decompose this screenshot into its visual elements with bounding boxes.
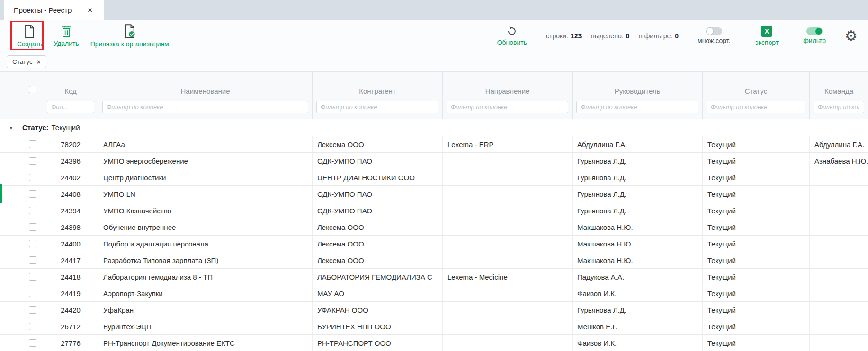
cell-name: Лаборатория гемодиализа 8 - ТП [98, 269, 313, 285]
link-organizations-button[interactable]: Привязка к организациям [85, 21, 175, 51]
filter-chip-status[interactable]: Статус × [7, 55, 46, 68]
group-row-status[interactable]: ▾ Статус:Текущий [0, 119, 868, 136]
column-header-team[interactable]: Команда [810, 72, 868, 119]
create-button-label: Создать [17, 40, 42, 48]
cell-select [22, 252, 43, 268]
cell-counterparty: Лексема ООО [313, 219, 443, 235]
cell-name: АЛГАа [98, 136, 313, 152]
column-filter-input-counterparty[interactable] [316, 101, 438, 113]
table-row[interactable]: 24402 Центр диагностики ЦЕНТР ДИАГНОСТИК… [0, 169, 868, 186]
row-checkbox[interactable] [29, 273, 36, 281]
table-row[interactable]: 24398 Обучение внутреннее Лексема ООО Ма… [0, 219, 868, 236]
row-checkbox[interactable] [29, 290, 36, 297]
grid-counters: строки:123 выделено:0 в фильтре:0 [546, 32, 679, 40]
cell-counterparty: МАУ АО [313, 285, 443, 301]
filter-chip-close-icon[interactable]: × [37, 59, 41, 65]
cell-manager: Макшакова Н.Ю. [573, 252, 703, 268]
table-row[interactable]: 26712 Буринтех-ЭЦП БУРИНТЕХ НПП ООО Мешк… [0, 318, 868, 335]
row-checkbox[interactable] [29, 140, 36, 148]
cell-name: Буринтех-ЭЦП [98, 318, 313, 334]
cell-direction [443, 219, 573, 235]
cell-status: Текущий [703, 318, 810, 334]
cell-code: 24420 [43, 302, 98, 318]
table-row[interactable]: 27776 РН-Транспорт Документирование ЕКТС… [0, 335, 868, 351]
settings-gear-icon[interactable]: ⚙ [845, 29, 858, 43]
table-row[interactable]: 24396 УМПО энергосбережение ОДК-УМПО ПАО… [0, 153, 868, 169]
column-filter-input-name[interactable] [102, 101, 308, 113]
row-checkbox[interactable] [29, 207, 36, 214]
row-checkbox[interactable] [29, 339, 36, 347]
table-row[interactable]: 24417 Разработка Типовая зарплата (ЗП) Л… [0, 252, 868, 269]
table-row[interactable]: 24419 Аэропорт-Закупки МАУ АО Фаизов И.К… [0, 285, 868, 302]
row-checkbox[interactable] [29, 157, 36, 165]
cell-direction [443, 335, 573, 351]
row-checkbox[interactable] [29, 323, 36, 330]
column-filter-input-status[interactable] [707, 101, 805, 113]
filter-toggle-button[interactable]: фильтр [797, 21, 832, 51]
delete-button[interactable]: Удалить [48, 21, 84, 51]
table-row[interactable]: 24420 УфаКран УФАКРАН ООО Гурьянова Л.Д.… [0, 302, 868, 318]
column-header-name[interactable]: Наименование [98, 72, 313, 119]
select-all-checkbox[interactable] [29, 86, 36, 93]
cell-manager: Гурьянова Л.Д. [573, 302, 703, 318]
tab-close-icon[interactable]: × [88, 6, 92, 14]
refresh-icon [506, 26, 518, 37]
filter-chip-row: Статус × [0, 52, 868, 72]
cell-status: Текущий [703, 335, 810, 351]
cell-expand [0, 236, 22, 252]
cell-counterparty: БУРИНТЕХ НПП ООО [313, 318, 443, 334]
row-checkbox[interactable] [29, 256, 36, 264]
cell-expand [0, 136, 22, 152]
table-row[interactable]: 24418 Лаборатория гемодиализа 8 - ТП ЛАБ… [0, 269, 868, 285]
table-body: ▾ Статус:Текущий 78202 АЛГАа Лексема ООО… [0, 119, 868, 351]
table-row[interactable]: 24394 УМПО Казначейство ОДК-УМПО ПАО Гур… [0, 202, 868, 219]
filter-toggle-icon[interactable] [806, 27, 823, 35]
refresh-button[interactable]: Обновить [492, 21, 533, 51]
table-row[interactable]: 24408 УМПО LN ОДК-УМПО ПАО Гурьянова Л.Д… [0, 186, 868, 202]
column-filter-input-code[interactable] [47, 101, 94, 113]
multi-sort-label: множ.сорт. [698, 37, 730, 44]
column-filter-input-team[interactable] [814, 101, 864, 113]
row-checkbox[interactable] [29, 223, 36, 231]
cell-expand [0, 169, 22, 185]
cell-expand [0, 186, 22, 202]
delete-button-label: Удалить [54, 40, 79, 47]
table-row[interactable]: 24400 Подбор и адаптация персонала Лексе… [0, 236, 868, 252]
cell-expand [0, 269, 22, 285]
tab-projects-registry[interactable]: Проекты - Реестр × [4, 0, 104, 20]
cell-select [22, 302, 43, 318]
export-button[interactable]: X экспорт [750, 21, 785, 51]
in-filter-counter-value: 0 [675, 32, 679, 40]
cell-code: 24417 [43, 252, 98, 268]
tab-bar: Проекты - Реестр × [0, 0, 868, 20]
table-row[interactable]: 78202 АЛГАа Лексема ООО Lexema - ERP Абд… [0, 136, 868, 153]
toolbar-right-cluster: Обновить строки:123 выделено:0 в фильтре… [492, 21, 860, 51]
column-header-manager[interactable]: Руководитель [573, 72, 703, 119]
column-header-code[interactable]: Код [43, 72, 98, 119]
row-checkbox[interactable] [29, 240, 36, 247]
cell-team [810, 219, 868, 235]
column-header-direction[interactable]: Направление [443, 72, 573, 119]
cell-manager: Гурьянова Л.Д. [573, 186, 703, 202]
row-checkbox[interactable] [29, 174, 36, 181]
left-edge-indicator [0, 184, 2, 203]
column-header-status[interactable]: Статус [703, 72, 810, 119]
row-checkbox[interactable] [29, 306, 36, 314]
column-header-counterparty[interactable]: Контрагент [313, 72, 443, 119]
trash-icon [61, 25, 72, 38]
column-filter-input-direction[interactable] [447, 101, 568, 113]
cell-select [22, 169, 43, 185]
cell-team: Азнабаева Н.Ю. [810, 153, 868, 169]
cell-manager: Гурьянова Л.Д. [573, 202, 703, 219]
cell-counterparty: Лексема ООО [313, 136, 443, 152]
cell-select [22, 153, 43, 169]
row-checkbox[interactable] [29, 190, 36, 198]
create-button[interactable]: Создать [11, 21, 48, 51]
column-filter-input-manager[interactable] [576, 101, 698, 113]
collapse-triangle-icon[interactable]: ▾ [0, 124, 22, 131]
multi-sort-toggle-button[interactable]: множ.сорт. [692, 21, 736, 51]
multi-sort-toggle-icon[interactable] [706, 27, 722, 35]
group-row-value: Текущий [52, 123, 80, 132]
cell-name: Подбор и адаптация персонала [98, 236, 313, 252]
link-organizations-label: Привязка к организациям [90, 40, 169, 48]
